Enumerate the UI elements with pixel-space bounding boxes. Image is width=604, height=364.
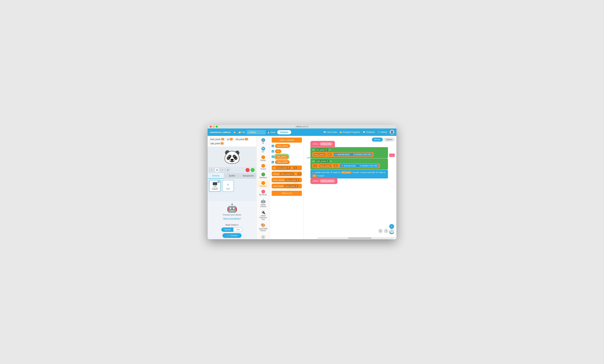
- save-button[interactable]: 💾 Save: [267, 131, 276, 133]
- events-label: Events: [261, 159, 266, 161]
- checkbox-right-power[interactable]: [272, 161, 274, 163]
- category-myblocks[interactable]: My Blocks: [257, 189, 269, 197]
- set-left-power-block[interactable]: set left_power ▼ to base_power - kp *: [310, 147, 388, 158]
- connect-button[interactable]: 🔗 Connect: [223, 233, 242, 238]
- chip-left-power[interactable]: left_power: [275, 155, 288, 159]
- left-power-dropdown[interactable]: left_power ▼: [315, 148, 328, 151]
- topnav: makeblock | mBlock 🏠 📁 File 💾 Save Publi…: [208, 128, 396, 136]
- hide-block[interactable]: hide variable base_power ▼: [272, 184, 302, 188]
- category-control[interactable]: Control: [257, 163, 269, 171]
- sensor-block-1[interactable]: 🔲 quad rgb sensor 1 ▼ deviation (-100~10…: [334, 153, 372, 156]
- quadrgb-label: Quad RGB Sensor: [259, 228, 268, 231]
- change-block[interactable]: change base_power ▼ by 1: [272, 171, 302, 176]
- example-programs-link[interactable]: 📂 Example Programs: [340, 131, 360, 133]
- control-dot: [261, 164, 265, 168]
- dropdown-arrow: ▼: [288, 167, 289, 169]
- motor-block[interactable]: 🤖 encoder motor EM1 ↺ rotates at left_po…: [310, 170, 388, 179]
- checkbox-left-power[interactable]: [272, 156, 274, 158]
- mbot2ext-label: mBot2 Extension Port: [259, 215, 268, 220]
- chip-base-power[interactable]: base_power: [275, 144, 290, 148]
- chip-right-power[interactable]: right_power: [275, 160, 290, 164]
- info-icon: ℹ: [238, 224, 239, 226]
- help-btn[interactable]: ?: [384, 229, 388, 233]
- define-follow-line-block[interactable]: define follow_line: [310, 141, 335, 147]
- set-block[interactable]: set base_power ▼ to 0: [272, 166, 302, 170]
- var-item-right-power: right_power: [272, 160, 302, 164]
- reset-view-btn[interactable]: ↺: [378, 229, 383, 233]
- user-guide-link[interactable]: 📖 User Guide: [323, 131, 337, 133]
- category-mbot2chassis[interactable]: 🤖 mBot2 Chassis: [257, 198, 269, 208]
- stop-button[interactable]: [246, 168, 250, 172]
- upload-mode-btn[interactable]: Upload: [221, 228, 233, 232]
- file-menu[interactable]: 📁 File: [238, 131, 245, 133]
- variable-badge-kp[interactable]: kp 0: [226, 138, 234, 141]
- view-controls: ⤢ ⊞ ≡ ⊟: [208, 167, 256, 173]
- feedback-link[interactable]: 💬 Feedback: [363, 131, 375, 133]
- close-button[interactable]: [210, 126, 212, 128]
- workspace-scrollbar[interactable]: [317, 238, 395, 239]
- category-events[interactable]: Events: [257, 154, 269, 162]
- main-layout: base_power 0 kp 0 left_power 0 right_pow…: [208, 136, 396, 239]
- variable-badge-left-power[interactable]: left_power 0: [235, 138, 249, 141]
- change-val-chip[interactable]: 1: [297, 173, 301, 175]
- cyberpi-device[interactable]: ✕ 🖥️ CyberPi: [209, 180, 221, 192]
- hide-label: hide variable: [273, 185, 283, 187]
- publish-button[interactable]: Publish: [277, 130, 291, 134]
- variable-badge-base-power[interactable]: base_power 0: [209, 138, 225, 141]
- home-icon-btn[interactable]: 🏠: [232, 130, 237, 134]
- set-val-chip[interactable]: 0: [293, 167, 297, 169]
- show-block[interactable]: show variable base_power ▼: [272, 178, 302, 182]
- category-mbot2ext[interactable]: 🔌 mBot2 Extension Port: [257, 209, 269, 221]
- maximize-button[interactable]: [216, 126, 218, 128]
- checkbox-base-power[interactable]: [272, 145, 274, 147]
- view-list-btn[interactable]: ≡: [220, 168, 225, 172]
- category-extension[interactable]: + extension: [257, 234, 269, 239]
- setting-link[interactable]: ⚙️ Setting: [378, 131, 387, 133]
- minimize-button[interactable]: [213, 126, 215, 128]
- chip-kp[interactable]: kp: [275, 149, 281, 153]
- how-to-link[interactable]: How to use device?: [223, 217, 241, 220]
- scratch-canvas: Blocks Python </> define follow_line set: [304, 136, 396, 239]
- mode-switch: Mode Switch ℹ Upload Live 🔗 Connect: [208, 222, 256, 239]
- view-tile-btn[interactable]: ⊟: [226, 168, 230, 172]
- tab-background[interactable]: Background: [240, 173, 256, 179]
- view-expand-btn[interactable]: ⤢: [209, 168, 214, 172]
- make-variable-button[interactable]: Make a Variable: [272, 138, 302, 143]
- set-var-dropdown[interactable]: base_power ▼: [276, 167, 290, 169]
- checkbox-kp[interactable]: [272, 150, 274, 153]
- user-avatar[interactable]: 👤: [390, 130, 394, 134]
- category-operators[interactable]: Operators: [257, 171, 269, 180]
- category-iot[interactable]: 📡 IoT: [257, 146, 269, 154]
- titlebar: mBlock v5.4.3: [208, 125, 396, 128]
- right-power-dropdown[interactable]: right_power ▼: [315, 160, 329, 162]
- rotate-icon-1: ↺: [330, 171, 332, 174]
- category-quadrgb[interactable]: 🎨 Quad RGB Sensor: [257, 222, 269, 232]
- sensor-block-2[interactable]: 🔲 quad rgb sensor 1 ▼ deviation (-100~10…: [340, 164, 378, 168]
- sprite-tabs: Devices Sprites Background: [208, 173, 256, 179]
- live-mode-btn[interactable]: Live: [233, 228, 242, 232]
- sprite-view-area: 🐼: [208, 147, 256, 167]
- make-list-button[interactable]: Make a List: [272, 191, 302, 196]
- view-grid-btn[interactable]: ⊞: [215, 168, 219, 172]
- code-icon-btn[interactable]: </>: [389, 154, 395, 157]
- nav-right: 📖 User Guide 📂 Example Programs 💬 Feedba…: [323, 130, 394, 134]
- close-device-icon[interactable]: ✕: [217, 181, 220, 183]
- add-device-button[interactable]: ＋ Add: [222, 180, 234, 192]
- run-button[interactable]: [251, 168, 255, 172]
- math-block-2[interactable]: -1 * base_power + kp * 🔲 quad rgb sensor…: [312, 163, 380, 168]
- variable-badge-right-power[interactable]: right_power 0: [209, 142, 225, 145]
- equal-btn[interactable]: =: [390, 229, 394, 233]
- define-detect-colors-block[interactable]: define detect_colors: [310, 178, 337, 184]
- myblocks-label: My Blocks: [259, 194, 267, 196]
- math-block-1[interactable]: base_power - kp * 🔲 quad rgb sensor 1 ▼ …: [312, 152, 374, 157]
- set-right-power-block[interactable]: set right_power ▼ to -1 * base_power + k…: [310, 158, 388, 170]
- category-ai[interactable]: 🤖 AI: [257, 137, 269, 145]
- zoom-in-button[interactable]: +: [389, 224, 394, 229]
- change-var-dropdown[interactable]: base_power ▼: [280, 173, 294, 175]
- tab-devices[interactable]: Devices: [208, 173, 224, 179]
- project-name-input[interactable]: [247, 130, 265, 134]
- hide-var-dropdown[interactable]: base_power ▼: [284, 185, 299, 187]
- tab-sprites[interactable]: Sprites: [224, 173, 240, 179]
- category-variables[interactable]: Variables: [257, 180, 269, 188]
- show-var-dropdown[interactable]: base_power ▼: [285, 179, 299, 181]
